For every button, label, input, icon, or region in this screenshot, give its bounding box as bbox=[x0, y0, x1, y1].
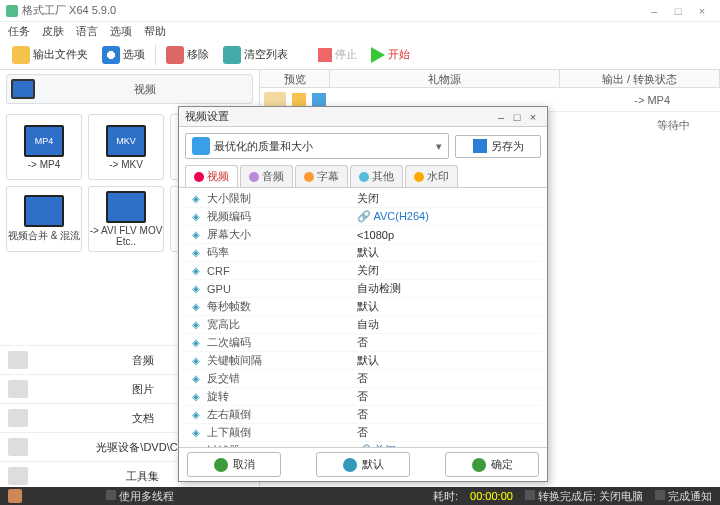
taskbar-app-icon[interactable] bbox=[8, 489, 22, 503]
maximize-button[interactable]: □ bbox=[666, 5, 690, 17]
close-button[interactable]: × bbox=[690, 5, 714, 17]
remove-button[interactable]: 移除 bbox=[162, 44, 213, 66]
toolbar: 输出文件夹 选项 移除 清空列表 停止 开始 bbox=[0, 40, 720, 70]
remove-label: 移除 bbox=[187, 47, 209, 62]
check-icon bbox=[472, 458, 486, 472]
ok-button[interactable]: 确定 bbox=[445, 452, 539, 477]
clear-icon bbox=[223, 46, 241, 64]
property-row[interactable]: ◈GPU自动检测 bbox=[185, 280, 541, 298]
format-caption: 视频合并 & 混流 bbox=[8, 229, 80, 243]
property-value: 默认 bbox=[357, 353, 541, 368]
category-header-label: 视频 bbox=[41, 82, 248, 97]
property-row[interactable]: ◈CRF关闭 bbox=[185, 262, 541, 280]
property-value: 否 bbox=[357, 371, 541, 386]
cancel-button[interactable]: 取消 bbox=[187, 452, 281, 477]
menu-task[interactable]: 任务 bbox=[8, 24, 30, 38]
property-row[interactable]: ◈每秒帧数默认 bbox=[185, 298, 541, 316]
property-key: 码率 bbox=[207, 245, 357, 260]
property-row[interactable]: ◈旋转否 bbox=[185, 388, 541, 406]
audio-icon bbox=[249, 172, 259, 182]
menu-options[interactable]: 选项 bbox=[110, 24, 132, 38]
dialog-tabs: 视频 音频 字幕 其他 水印 bbox=[179, 165, 547, 188]
menu-language[interactable]: 语言 bbox=[76, 24, 98, 38]
dialog-minimize-button[interactable]: – bbox=[493, 111, 509, 123]
tab-subtitle[interactable]: 字幕 bbox=[295, 165, 348, 187]
format-thumb-icon bbox=[106, 191, 146, 223]
chevron-down-icon: ▾ bbox=[436, 140, 442, 153]
property-icon: ◈ bbox=[189, 336, 203, 350]
dialog-body: ◈大小限制关闭◈视频编码🔗 AVC(H264)◈屏幕大小<1080p◈码率默认◈… bbox=[179, 188, 547, 447]
property-value: 否 bbox=[357, 335, 541, 350]
property-row[interactable]: ◈反交错否 bbox=[185, 370, 541, 388]
clear-list-button[interactable]: 清空列表 bbox=[219, 44, 292, 66]
save-icon bbox=[473, 139, 487, 153]
col-output-status[interactable]: 输出 / 转换状态 bbox=[560, 70, 720, 87]
minimize-button[interactable]: – bbox=[642, 5, 666, 17]
target-format: -> MP4 bbox=[634, 94, 670, 106]
task-list-header: 预览 礼物源 输出 / 转换状态 bbox=[260, 70, 720, 88]
video-settings-dialog: 视频设置 – □ × 最优化的质量和大小 ▾ 另存为 视频 音频 字幕 其他 水… bbox=[178, 106, 548, 482]
save-as-button[interactable]: 另存为 bbox=[455, 135, 541, 158]
elapsed-value: 00:00:00 bbox=[470, 490, 513, 502]
profile-dropdown[interactable]: 最优化的质量和大小 ▾ bbox=[185, 133, 449, 159]
property-row[interactable]: ◈关键帧间隔默认 bbox=[185, 352, 541, 370]
format-tile[interactable]: 视频合并 & 混流 bbox=[6, 186, 82, 252]
property-row[interactable]: ◈视频编码🔗 AVC(H264) bbox=[185, 208, 541, 226]
property-value: 自动 bbox=[357, 317, 541, 332]
menu-skin[interactable]: 皮肤 bbox=[42, 24, 64, 38]
category-icon bbox=[8, 380, 28, 398]
titlebar: 格式工厂 X64 5.9.0 – □ × bbox=[0, 0, 720, 22]
dialog-close-button[interactable]: × bbox=[525, 111, 541, 123]
profile-icon bbox=[192, 137, 210, 155]
menu-help[interactable]: 帮助 bbox=[144, 24, 166, 38]
category-header-video[interactable]: 视频 bbox=[6, 74, 253, 104]
dialog-maximize-button[interactable]: □ bbox=[509, 111, 525, 123]
property-key: 左右颠倒 bbox=[207, 407, 357, 422]
format-tile[interactable]: -> AVI FLV MOV Etc.. bbox=[88, 186, 164, 252]
options-button[interactable]: 选项 bbox=[98, 44, 149, 66]
multithread-toggle[interactable]: 使用多线程 bbox=[106, 489, 174, 504]
property-row[interactable]: ◈宽高比自动 bbox=[185, 316, 541, 334]
checkbox-icon bbox=[525, 490, 535, 500]
format-caption: -> MP4 bbox=[28, 159, 61, 170]
property-key: 旋转 bbox=[207, 389, 357, 404]
property-value: 否 bbox=[357, 425, 541, 440]
stop-icon bbox=[318, 48, 332, 62]
tab-other[interactable]: 其他 bbox=[350, 165, 403, 187]
start-button[interactable]: 开始 bbox=[367, 45, 414, 65]
property-row[interactable]: ◈屏幕大小<1080p bbox=[185, 226, 541, 244]
output-folder-button[interactable]: 输出文件夹 bbox=[8, 44, 92, 66]
property-row[interactable]: ◈码率默认 bbox=[185, 244, 541, 262]
stop-button[interactable]: 停止 bbox=[314, 45, 361, 64]
default-button[interactable]: 默认 bbox=[316, 452, 410, 477]
format-thumb-icon bbox=[24, 195, 64, 227]
notify-toggle[interactable]: 完成通知 bbox=[655, 489, 712, 504]
tab-video[interactable]: 视频 bbox=[185, 165, 238, 187]
dialog-top-row: 最优化的质量和大小 ▾ 另存为 bbox=[179, 127, 547, 165]
col-source[interactable]: 礼物源 bbox=[330, 70, 560, 87]
property-key: 宽高比 bbox=[207, 317, 357, 332]
dialog-title: 视频设置 bbox=[185, 109, 493, 124]
tab-audio[interactable]: 音频 bbox=[240, 165, 293, 187]
property-row[interactable]: ◈二次编码否 bbox=[185, 334, 541, 352]
property-icon: ◈ bbox=[189, 426, 203, 440]
watermark-icon bbox=[414, 172, 424, 182]
tab-watermark[interactable]: 水印 bbox=[405, 165, 458, 187]
property-row[interactable]: ◈左右颠倒否 bbox=[185, 406, 541, 424]
property-key: CRF bbox=[207, 265, 357, 277]
after-done-toggle[interactable]: 转换完成后: 关闭电脑 bbox=[525, 489, 643, 504]
format-tile[interactable]: MP4-> MP4 bbox=[6, 114, 82, 180]
property-row[interactable]: ◈大小限制关闭 bbox=[185, 190, 541, 208]
property-icon: ◈ bbox=[189, 282, 203, 296]
start-label: 开始 bbox=[388, 47, 410, 62]
col-preview[interactable]: 预览 bbox=[260, 70, 330, 87]
property-icon: ◈ bbox=[189, 318, 203, 332]
back-icon bbox=[214, 458, 228, 472]
format-tile[interactable]: MKV-> MKV bbox=[88, 114, 164, 180]
format-caption: -> AVI FLV MOV Etc.. bbox=[89, 225, 163, 247]
property-key: 每秒帧数 bbox=[207, 299, 357, 314]
property-row[interactable]: ◈上下颠倒否 bbox=[185, 424, 541, 442]
options-label: 选项 bbox=[123, 47, 145, 62]
separator bbox=[155, 45, 156, 65]
property-icon: ◈ bbox=[189, 408, 203, 422]
